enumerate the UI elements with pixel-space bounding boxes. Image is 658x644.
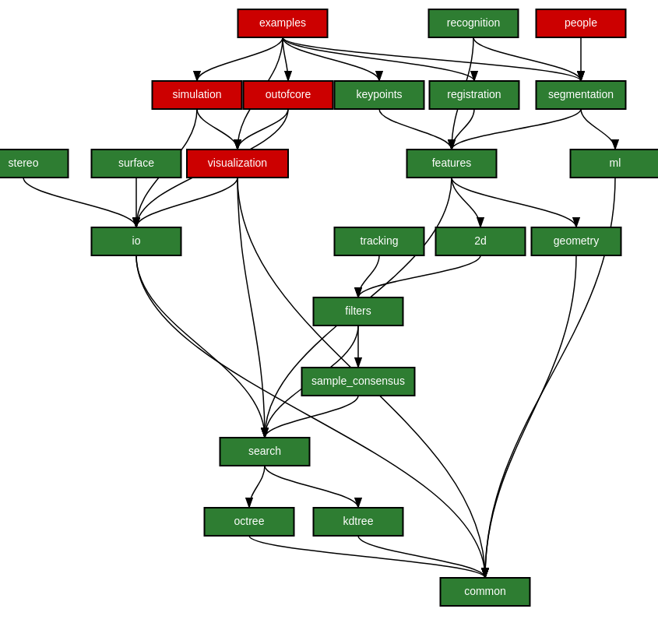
edge-octree-common [249, 536, 485, 578]
node-label-io: io [132, 234, 141, 247]
node-label-geometry: geometry [554, 234, 599, 247]
node-surface[interactable]: surface [92, 150, 181, 178]
node-ml[interactable]: ml [571, 150, 659, 178]
node-label-2d: 2d [474, 234, 487, 247]
node-registration[interactable]: registration [430, 81, 519, 109]
node-examples[interactable]: examples [238, 9, 328, 37]
edge-visualization-search [238, 178, 265, 438]
node-keypoints[interactable]: keypoints [335, 81, 424, 109]
dependency-graph: examplesrecognitionpeoplesimulationoutof… [0, 0, 658, 644]
node-label-kdtree: kdtree [343, 515, 374, 527]
node-common[interactable]: common [441, 578, 530, 606]
edge-examples-simulation [197, 37, 283, 81]
edge-features-2d [452, 178, 480, 227]
node-stereo[interactable]: stereo [0, 150, 69, 178]
node-simulation[interactable]: simulation [153, 81, 242, 109]
node-label-common: common [464, 585, 506, 597]
edge-io-common [136, 255, 485, 578]
node-label-examples: examples [259, 16, 306, 29]
node-label-visualization: visualization [208, 157, 267, 169]
node-label-filters: filters [345, 304, 371, 317]
node-people[interactable]: people [537, 9, 626, 37]
node-octree[interactable]: octree [205, 508, 294, 536]
node-label-keypoints: keypoints [356, 88, 402, 100]
edge-2d-filters [358, 255, 480, 297]
node-label-sample_consensus: sample_consensus [311, 375, 405, 387]
edge-search-octree [249, 466, 265, 508]
edge-registration-features [452, 109, 474, 150]
node-outofcore[interactable]: outofcore [244, 81, 333, 109]
edge-keypoints-features [379, 109, 452, 150]
node-2d[interactable]: 2d [436, 227, 526, 255]
node-label-outofcore: outofcore [266, 88, 311, 100]
edge-examples-registration [283, 37, 474, 81]
node-search[interactable]: search [220, 438, 310, 466]
edge-segmentation-features [452, 109, 581, 150]
node-label-segmentation: segmentation [548, 88, 614, 100]
edge-segmentation-ml [581, 109, 615, 150]
node-sample_consensus[interactable]: sample_consensus [302, 368, 415, 396]
node-label-recognition: recognition [447, 16, 501, 29]
node-geometry[interactable]: geometry [532, 227, 621, 255]
node-label-stereo: stereo [9, 157, 39, 169]
node-features[interactable]: features [407, 150, 497, 178]
node-io[interactable]: io [92, 227, 181, 255]
edge-simulation-visualization [197, 109, 238, 150]
edge-features-geometry [452, 178, 576, 227]
node-label-features: features [432, 157, 472, 169]
node-segmentation[interactable]: segmentation [537, 81, 626, 109]
node-label-search: search [248, 445, 281, 457]
edge-stereo-io [23, 178, 136, 227]
edge-geometry-common [485, 255, 576, 578]
node-filters[interactable]: filters [314, 297, 403, 326]
node-label-tracking: tracking [360, 234, 398, 247]
node-kdtree[interactable]: kdtree [314, 508, 403, 536]
edge-kdtree-common [358, 536, 485, 578]
node-label-surface: surface [118, 157, 154, 169]
node-label-octree: octree [234, 515, 265, 527]
edge-io-search [136, 255, 265, 438]
edge-tracking-filters [358, 255, 379, 297]
node-tracking[interactable]: tracking [335, 227, 424, 255]
node-label-simulation: simulation [172, 88, 221, 100]
edge-examples-segmentation [283, 37, 581, 81]
nodes-layer: examplesrecognitionpeoplesimulationoutof… [0, 9, 658, 606]
node-label-people: people [565, 16, 597, 29]
node-visualization[interactable]: visualization [187, 150, 288, 178]
node-recognition[interactable]: recognition [429, 9, 519, 37]
node-label-ml: ml [610, 157, 621, 169]
edge-search-kdtree [265, 466, 358, 508]
node-label-registration: registration [447, 88, 501, 100]
edge-outofcore-visualization [238, 109, 288, 150]
